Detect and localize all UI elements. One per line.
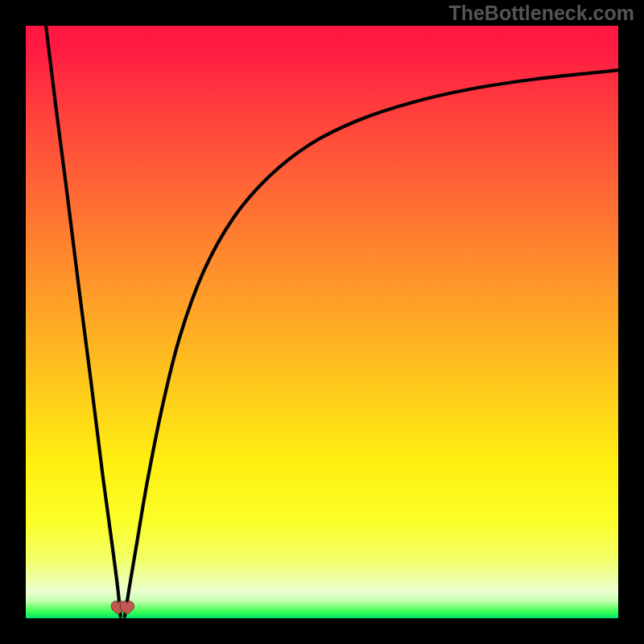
heart-icon	[120, 601, 134, 615]
plot-area	[26, 26, 618, 618]
marker-layer	[26, 26, 618, 618]
chart-frame: TheBottleneck.com	[0, 0, 644, 644]
watermark-text: TheBottleneck.com	[448, 2, 634, 25]
